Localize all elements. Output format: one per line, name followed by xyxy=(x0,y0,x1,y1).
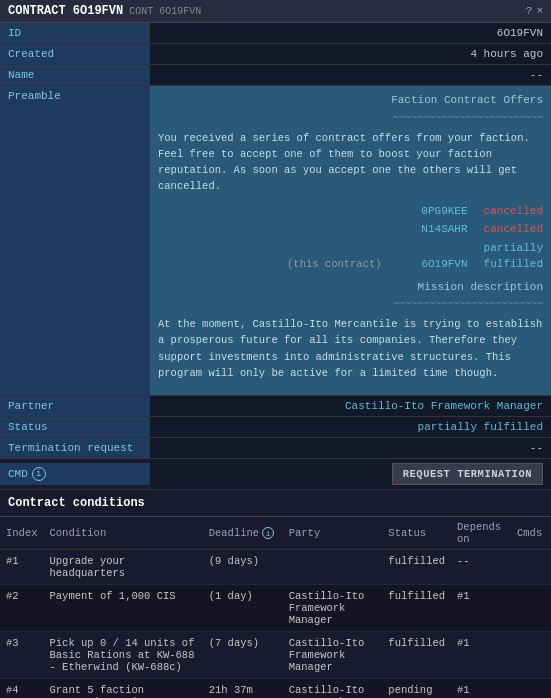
col-depends-header: Depends on xyxy=(451,517,511,550)
contract2-id: N14SAHR xyxy=(398,221,468,238)
cell-index: #3 xyxy=(0,632,44,679)
created-label: Created xyxy=(0,44,150,64)
id-label: ID xyxy=(0,23,150,43)
mission-text: At the moment, Castillo-Ito Mercantile i… xyxy=(158,316,543,381)
contract1-status: cancelled xyxy=(484,203,543,220)
cell-cmds xyxy=(511,632,551,679)
cell-condition: Payment of 1,000 CIS xyxy=(44,585,203,632)
title-bar: CONTRACT 6O19FVN CONT 6O19FVN ? × xyxy=(0,0,551,23)
cell-condition: Upgrade your headquarters xyxy=(44,550,203,585)
cell-index: #2 xyxy=(0,585,44,632)
col-condition-header: Condition xyxy=(44,517,203,550)
contract-item-1: 0PG9KEE cancelled xyxy=(158,203,543,220)
cell-party: Castillo-Ito Framework Manager xyxy=(283,585,383,632)
name-value: -- xyxy=(150,65,551,85)
cell-depends: #1 xyxy=(451,679,511,698)
cell-depends: #1 xyxy=(451,585,511,632)
close-icon[interactable]: × xyxy=(536,5,543,17)
cell-index: #1 xyxy=(0,550,44,585)
col-party-header: Party xyxy=(283,517,383,550)
cell-index: #4 xyxy=(0,679,44,698)
cell-depends: -- xyxy=(451,550,511,585)
mission-header: Mission description xyxy=(158,279,543,296)
preamble-row: Preamble Faction Contract Offers ~~~~~~~… xyxy=(0,86,551,396)
cmd-row: CMD i REQUEST TERMINATION xyxy=(0,459,551,490)
termination-value: -- xyxy=(150,438,551,458)
created-row: Created 4 hours ago xyxy=(0,44,551,65)
contract-list: 0PG9KEE cancelled N14SAHR cancelled (thi… xyxy=(158,203,543,273)
col-deadline-header: Deadline i xyxy=(203,517,283,550)
preamble-content: Faction Contract Offers ~~~~~~~~~~~~~~~~… xyxy=(150,86,551,395)
cell-depends: #1 xyxy=(451,632,511,679)
table-row: #3Pick up 0 / 14 units of Basic Rations … xyxy=(0,632,551,679)
cell-condition: Pick up 0 / 14 units of Basic Rations at… xyxy=(44,632,203,679)
cell-deadline: (7 days) xyxy=(203,632,283,679)
status-value: partially fulfilled xyxy=(150,417,551,437)
col-status-header: Status xyxy=(382,517,451,550)
cmd-info-icon[interactable]: i xyxy=(32,467,46,481)
title-sub: CONT 6O19FVN xyxy=(129,6,201,17)
cell-status: fulfilled xyxy=(382,585,451,632)
cell-status: fulfilled xyxy=(382,550,451,585)
contract3-status: partiallyfulfilled xyxy=(484,240,543,273)
cmd-value-container: REQUEST TERMINATION xyxy=(150,459,551,489)
help-icon[interactable]: ? xyxy=(526,5,533,17)
col-cmds-header: Cmds xyxy=(511,517,551,550)
cell-party: Castillo-Ito Framework Manager xyxy=(283,632,383,679)
contract2-status: cancelled xyxy=(484,221,543,238)
conditions-header: Contract conditions xyxy=(0,490,551,517)
dashes1: ~~~~~~~~~~~~~~~~~~~~~~~~~ xyxy=(158,111,543,126)
cell-deadline: 21h 37m xyxy=(203,679,283,698)
cell-deadline: (9 days) xyxy=(203,550,283,585)
id-value: 6O19FVN xyxy=(150,23,551,43)
cmd-label-text: CMD xyxy=(8,468,28,480)
mission-section: Mission description ~~~~~~~~~~~~~~~~~~~~… xyxy=(158,279,543,382)
table-row: #1Upgrade your headquarters(9 days)fulfi… xyxy=(0,550,551,585)
faction-header: Faction Contract Offers xyxy=(158,92,543,109)
cell-party: Castillo-Ito Framework Manager xyxy=(283,679,383,698)
dashes2: ~~~~~~~~~~~~~~~~~~~~~~~~~ xyxy=(158,297,543,312)
status-label: Status xyxy=(0,417,150,437)
preamble-label: Preamble xyxy=(0,86,150,395)
name-row: Name -- xyxy=(0,65,551,86)
conditions-table: Index Condition Deadline i Party Status … xyxy=(0,517,551,698)
cell-status: pending xyxy=(382,679,451,698)
termination-label: Termination request xyxy=(0,438,150,458)
cell-status: fulfilled xyxy=(382,632,451,679)
partner-row: Partner Castillo-Ito Framework Manager xyxy=(0,396,551,417)
conditions-header-row: Index Condition Deadline i Party Status … xyxy=(0,517,551,550)
contract3-id: 6O19FVN xyxy=(398,256,468,273)
contract1-id: 0PG9KEE xyxy=(398,203,468,220)
preamble-text: You received a series of contract offers… xyxy=(158,130,543,195)
deadline-header-text: Deadline xyxy=(209,527,259,539)
termination-row: Termination request -- xyxy=(0,438,551,459)
contract-item-2: N14SAHR cancelled xyxy=(158,221,543,238)
col-index-header: Index xyxy=(0,517,44,550)
cell-party xyxy=(283,550,383,585)
partner-value: Castillo-Ito Framework Manager xyxy=(150,396,551,416)
created-value: 4 hours ago xyxy=(150,44,551,64)
partner-label: Partner xyxy=(0,396,150,416)
request-termination-button[interactable]: REQUEST TERMINATION xyxy=(392,463,543,485)
id-row: ID 6O19FVN xyxy=(0,23,551,44)
deadline-info-icon[interactable]: i xyxy=(262,527,274,539)
contract-item-3: (this contract) 6O19FVN partiallyfulfill… xyxy=(158,240,543,273)
cell-cmds xyxy=(511,550,551,585)
status-row: Status partially fulfilled xyxy=(0,417,551,438)
table-row: #4Grant 5 faction reputation points21h 3… xyxy=(0,679,551,698)
table-row: #2Payment of 1,000 CIS(1 day)Castillo-It… xyxy=(0,585,551,632)
name-label: Name xyxy=(0,65,150,85)
cell-deadline: (1 day) xyxy=(203,585,283,632)
cmd-label: CMD i xyxy=(0,463,150,485)
cell-condition: Grant 5 faction reputation points xyxy=(44,679,203,698)
cell-cmds xyxy=(511,585,551,632)
contract3-label: (this contract) xyxy=(287,257,382,273)
cell-cmds xyxy=(511,679,551,698)
title-main: CONTRACT 6O19FVN xyxy=(8,4,123,18)
